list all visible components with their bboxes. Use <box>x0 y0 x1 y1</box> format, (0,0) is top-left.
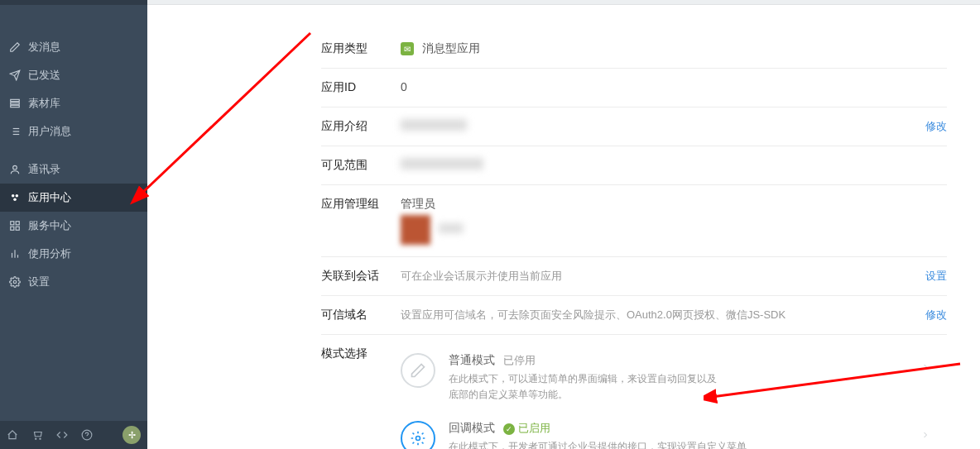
user-icon <box>8 163 22 176</box>
label-session: 关联到会话 <box>321 269 401 284</box>
row-admin: 应用管理组 管理员 <box>321 185 947 257</box>
value-admin: 管理员 <box>401 197 947 245</box>
svg-point-12 <box>13 198 17 202</box>
sidebar-item-material[interactable]: 素材库 <box>0 89 147 117</box>
pencil-circle-icon <box>401 353 435 388</box>
edit-icon <box>8 41 22 54</box>
avatar[interactable]: ✢ <box>122 426 141 444</box>
svg-rect-1 <box>11 103 20 104</box>
action-session[interactable]: 设置 <box>925 269 947 284</box>
svg-rect-15 <box>11 227 14 230</box>
sidebar-item-analytics[interactable]: 使用分析 <box>0 240 147 268</box>
home-icon[interactable] <box>7 429 18 441</box>
sidebar-label: 已发送 <box>28 68 60 83</box>
row-domain: 可信域名 设置应用可信域名，可去除页面安全风险提示、OAuth2.0网页授权、微… <box>321 296 947 335</box>
chart-icon <box>8 247 22 260</box>
sidebar-item-service[interactable]: 服务中心 <box>0 212 147 240</box>
label-domain: 可信域名 <box>321 308 401 322</box>
sidebar-label: 设置 <box>28 275 50 289</box>
sidebar-item-user-msg[interactable]: 用户消息 <box>0 117 147 146</box>
admin-avatar <box>401 215 430 245</box>
list-icon <box>8 125 22 138</box>
chevron-right-icon <box>920 429 930 442</box>
sidebar-label: 应用中心 <box>28 190 71 205</box>
sidebar-label: 素材库 <box>28 96 60 111</box>
mode-callback-status: ✓已启用 <box>503 421 550 436</box>
label-admin: 应用管理组 <box>321 197 401 212</box>
mode-callback-desc: 在此模式下，开发者可通过企业号提供的接口，实现设置自定义菜单、 获取成员状态通知… <box>449 439 757 449</box>
label-app-id: 应用ID <box>321 80 401 95</box>
code-icon[interactable] <box>56 429 68 441</box>
value-session: 可在企业会话展示并使用当前应用 <box>401 269 915 284</box>
help-icon[interactable] <box>81 429 93 441</box>
label-scope: 可见范围 <box>321 158 401 173</box>
value-app-id: 0 <box>401 80 947 93</box>
row-session: 关联到会话 可在企业会话展示并使用当前应用 设置 <box>321 257 947 296</box>
value-app-intro <box>401 119 915 133</box>
sidebar-label: 通讯录 <box>28 162 60 177</box>
svg-point-25 <box>416 437 420 441</box>
svg-rect-0 <box>11 99 20 101</box>
svg-point-21 <box>36 438 36 439</box>
row-mode: 模式选择 普通模式 已停用 在此模式下，可以通过简单的界面编辑，来设置自动回复以… <box>321 335 947 449</box>
sidebar-label: 用户消息 <box>28 124 71 139</box>
mode-normal[interactable]: 普通模式 已停用 在此模式下，可以通过简单的界面编辑，来设置自动回复以及 底部的… <box>401 346 930 414</box>
sidebar-label: 使用分析 <box>28 246 71 261</box>
svg-rect-13 <box>11 222 14 225</box>
gear-icon <box>8 275 22 289</box>
mode-callback[interactable]: 回调模式 ✓已启用 在此模式下，开发者可通过企业号提供的接口，实现设置自定义菜单… <box>401 414 930 449</box>
label-mode: 模式选择 <box>321 346 401 361</box>
mode-normal-title: 普通模式 <box>449 353 495 368</box>
row-app-intro: 应用介绍 修改 <box>321 107 947 146</box>
sidebar-item-app-center[interactable]: 应用中心 <box>0 184 147 212</box>
cart-icon[interactable] <box>31 429 43 441</box>
mode-normal-status: 已停用 <box>503 353 536 368</box>
svg-rect-14 <box>16 222 19 225</box>
msg-app-badge-icon: ✉ <box>401 42 414 55</box>
value-app-type: ✉ 消息型应用 <box>401 41 947 56</box>
chevron-right-icon <box>920 361 930 375</box>
value-scope <box>401 158 947 172</box>
label-app-type: 应用类型 <box>321 41 401 56</box>
svg-point-20 <box>13 280 17 284</box>
send-icon <box>8 69 22 82</box>
check-icon: ✓ <box>503 423 515 435</box>
svg-point-9 <box>13 165 17 170</box>
action-domain[interactable]: 修改 <box>925 308 947 322</box>
gear-circle-icon <box>401 421 435 449</box>
svg-point-11 <box>16 194 18 198</box>
grid-icon <box>8 219 22 232</box>
svg-rect-16 <box>16 227 19 230</box>
bottom-bar: ✢ <box>0 421 147 449</box>
mode-callback-title: 回调模式 <box>449 421 495 436</box>
value-domain: 设置应用可信域名，可去除页面安全风险提示、OAuth2.0网页授权、微信JS-S… <box>401 308 915 322</box>
mode-normal-desc: 在此模式下，可以通过简单的界面编辑，来设置自动回复以及 底部的自定义菜单等功能。 <box>449 371 717 403</box>
sidebar-item-settings[interactable]: 设置 <box>0 268 147 296</box>
sidebar-label: 发消息 <box>28 40 60 55</box>
action-app-intro[interactable]: 修改 <box>925 119 947 134</box>
sidebar-item-send[interactable]: 发消息 <box>0 33 147 61</box>
stack-icon <box>8 97 22 110</box>
row-scope: 可见范围 <box>321 146 947 185</box>
svg-rect-2 <box>11 105 20 107</box>
sidebar-item-contacts[interactable]: 通讯录 <box>0 155 147 184</box>
svg-point-22 <box>40 438 41 439</box>
label-app-intro: 应用介绍 <box>321 119 401 134</box>
group-icon <box>8 191 22 204</box>
sidebar-item-sent[interactable]: 已发送 <box>0 61 147 89</box>
svg-point-10 <box>12 194 14 198</box>
sidebar-label: 服务中心 <box>28 218 71 233</box>
row-app-type: 应用类型 ✉ 消息型应用 <box>321 30 947 69</box>
row-app-id: 应用ID 0 <box>321 69 947 107</box>
